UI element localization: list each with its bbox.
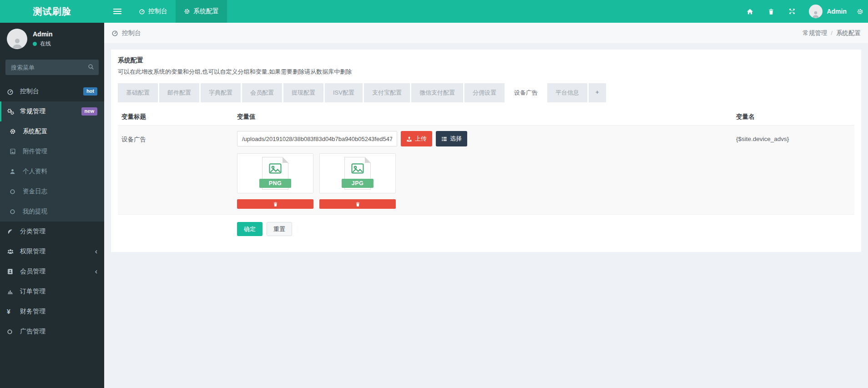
sidebar-item-general-manage[interactable]: 常规管理 new (0, 101, 104, 121)
file-icon: JPG (344, 157, 371, 190)
empty-cell (118, 215, 233, 245)
tab-device-ads[interactable]: 设备广告 (506, 83, 546, 102)
tab-commission-config[interactable]: 分佣设置 (464, 83, 505, 102)
submit-button[interactable]: 确定 (237, 222, 262, 236)
upload-icon (406, 136, 412, 142)
sidebar-item-money-log[interactable]: 资金日志 (0, 181, 104, 202)
breadcrumb-section-link[interactable]: 常规管理 (802, 29, 827, 37)
choose-button[interactable]: 选择 (436, 131, 467, 146)
add-tab-button[interactable]: + (589, 83, 606, 102)
upload-button[interactable]: 上传 (401, 131, 432, 146)
sidebar-user-status: 在线 (33, 40, 53, 48)
dashboard-icon (139, 8, 145, 15)
clear-cache-button[interactable] (761, 0, 782, 23)
page-title: 系统配置 (118, 56, 854, 65)
sidebar-item-profile[interactable]: 个人资料 (0, 161, 104, 181)
brand-logo[interactable]: 测试刷脸 (0, 0, 104, 23)
tab-withdraw-config[interactable]: 提现配置 (283, 83, 323, 102)
sidebar-item-console[interactable]: 控制台 hot (0, 81, 104, 101)
sidebar-item-attachment-manage[interactable]: 附件管理 (0, 141, 104, 161)
tab-wechat-pay-config[interactable]: 微信支付配置 (411, 83, 463, 102)
file-type-badge: JPG (342, 179, 373, 188)
file-preview-column: PNG (237, 153, 313, 209)
sidebar-submenu-general: 系统配置 附件管理 个人资料 (0, 121, 104, 222)
expand-arrows-icon (789, 8, 795, 15)
row-title: 设备广告 (118, 126, 233, 214)
avatar (809, 5, 823, 18)
sidebar-item-my-withdraw[interactable]: 我的提现 (0, 202, 104, 222)
column-header-value: 变量值 (233, 109, 732, 125)
navbar-actions: Admin (739, 0, 868, 23)
sidebar-item-label: 附件管理 (23, 147, 47, 156)
file-path-input[interactable] (237, 131, 397, 146)
reset-button[interactable]: 重置 (267, 222, 292, 236)
choose-button-label: 选择 (450, 135, 462, 143)
gears-icon (7, 108, 17, 115)
sidebar-search (5, 60, 99, 75)
sidebar-item-finance-manage[interactable]: ¥ 财务管理 (0, 302, 104, 322)
sidebar-item-member-manage[interactable]: 会员管理 ‹ (0, 262, 104, 282)
column-header-varname: 变量名 (732, 109, 854, 125)
upload-button-label: 上传 (415, 135, 427, 143)
breadcrumb-location-label: 控制台 (122, 29, 141, 37)
tab-platform-info[interactable]: 平台信息 (547, 83, 587, 102)
home-icon (747, 8, 753, 15)
row-value-cell: 上传 选择 (233, 126, 732, 214)
file-preview-list: PNG (237, 153, 729, 209)
top-navbar: 测试刷脸 控制台 系统配置 (0, 0, 868, 23)
breadcrumb-current-page: 系统配置 (836, 29, 861, 37)
sidebar-item-category-manage[interactable]: 分类管理 (0, 222, 104, 242)
config-panel: 系统配置 可以在此增改系统的变量和分组,也可以自定义分组和变量,如果需要删除请从… (111, 50, 861, 252)
online-status-dot (33, 42, 37, 46)
users-group-icon (7, 248, 17, 255)
nav-tab-label: 控制台 (148, 7, 167, 15)
tab-member-config[interactable]: 会员配置 (242, 83, 282, 102)
gear-icon (10, 128, 20, 135)
breadcrumb-separator: / (831, 30, 833, 36)
sidebar-item-auth-manage[interactable]: 权限管理 ‹ (0, 242, 104, 262)
search-input[interactable] (5, 60, 99, 75)
avatar[interactable] (7, 29, 27, 49)
tab-mail-config[interactable]: 邮件配置 (159, 83, 199, 102)
sidebar-item-label: 广告管理 (20, 328, 45, 336)
tab-basic-config[interactable]: 基础配置 (118, 83, 158, 102)
tab-dictionary-config[interactable]: 字典配置 (201, 83, 241, 102)
sidebar-item-label: 系统配置 (23, 127, 47, 136)
settings-button[interactable] (853, 0, 867, 23)
dashboard-icon (7, 88, 17, 95)
new-badge: new (81, 107, 97, 115)
sidebar-item-label: 分类管理 (20, 227, 45, 236)
navbar-tabs: 控制台 系统配置 (104, 0, 227, 23)
sidebar-item-ad-manage[interactable]: 广告管理 (0, 322, 104, 342)
sidebar-user-name: Admin (33, 30, 53, 38)
sidebar-menu: 控制台 hot 常规管理 new (0, 81, 104, 342)
user-icon (10, 168, 20, 175)
sidebar-item-label: 个人资料 (23, 167, 47, 176)
address-book-icon (7, 268, 17, 275)
delete-file-button[interactable] (237, 199, 313, 209)
nav-tab-system-config[interactable]: 系统配置 (176, 0, 227, 23)
user-menu[interactable]: Admin (802, 5, 853, 18)
sidebar-item-system-config[interactable]: 系统配置 (0, 121, 104, 141)
main-layout: Admin 在线 控制台 (0, 23, 868, 388)
nav-tab-console[interactable]: 控制台 (131, 0, 176, 23)
home-button[interactable] (739, 0, 761, 23)
file-image-icon (10, 148, 20, 155)
sidebar-user-panel: Admin 在线 (0, 23, 104, 55)
table-actions-row: 确定 重置 (118, 214, 854, 245)
file-icon: PNG (262, 157, 288, 190)
fullscreen-button[interactable] (782, 0, 802, 23)
tab-isv-config[interactable]: ISV配置 (325, 83, 363, 102)
breadcrumb-bar: 控制台 常规管理 / 系统配置 (104, 23, 868, 43)
delete-file-button[interactable] (319, 199, 396, 209)
sidebar-tree-general: 常规管理 new 系统配置 (0, 101, 104, 222)
sidebar-toggle-button[interactable] (104, 0, 131, 23)
username-label: Admin (827, 8, 847, 15)
sidebar-item-label: 权限管理 (20, 247, 45, 256)
sidebar-item-order-manage[interactable]: 订单管理 (0, 282, 104, 302)
tab-alipay-config[interactable]: 支付宝配置 (364, 83, 410, 102)
file-preview-column: JPG (319, 153, 396, 209)
search-icon[interactable] (88, 64, 94, 70)
column-header-title: 变量标题 (118, 109, 233, 125)
list-icon (441, 136, 447, 142)
